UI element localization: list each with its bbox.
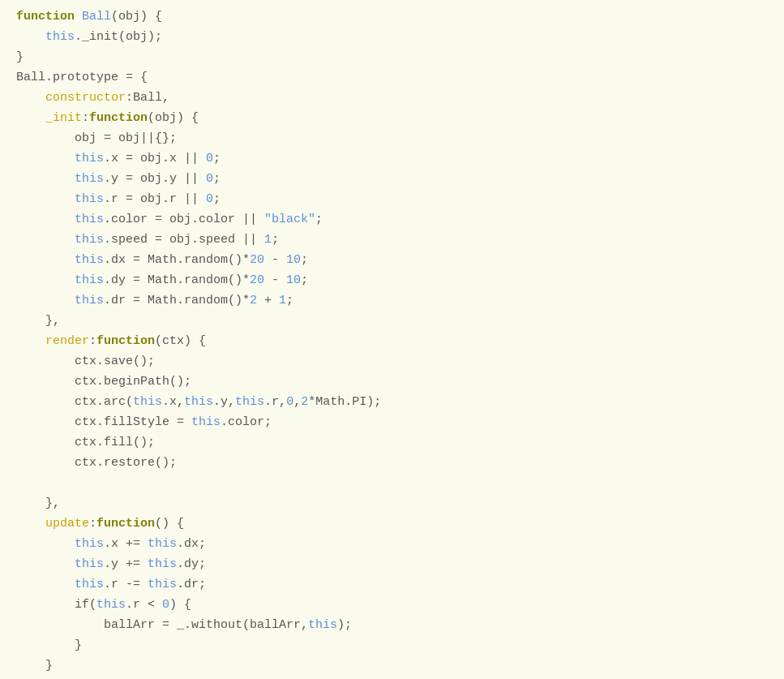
code-line <box>16 473 768 493</box>
code-line: this.r -= this.dr; <box>16 574 768 595</box>
code-line: } <box>16 47 768 67</box>
code-line: this.dr = Math.random()*2 + 1; <box>16 290 768 311</box>
code-line: this.speed = obj.speed || 1; <box>16 230 768 250</box>
code-line: if(this.r < 0) { <box>16 595 768 615</box>
code-line: this.x += this.dx; <box>16 534 768 554</box>
code-line: this.y = obj.y || 0; <box>16 169 768 189</box>
code-line: }, <box>16 493 768 514</box>
code-line: ctx.save(); <box>16 351 768 372</box>
code-line: _init:function(obj) { <box>16 108 768 128</box>
code-line: ctx.beginPath(); <box>16 372 768 392</box>
code-line: ballArr = _.without(ballArr,this); <box>16 615 768 635</box>
code-line: this.x = obj.x || 0; <box>16 148 768 169</box>
code-line: ctx.fillStyle = this.color; <box>16 412 768 432</box>
code-line: this.dx = Math.random()*20 - 10; <box>16 250 768 270</box>
code-line: } <box>16 635 768 655</box>
code-line: ctx.restore(); <box>16 453 768 473</box>
code-line: function Ball(obj) { <box>16 6 768 27</box>
code-line: this.y += this.dy; <box>16 554 768 574</box>
code-line: obj = obj||{}; <box>16 128 768 148</box>
code-line: this.r = obj.r || 0; <box>16 189 768 209</box>
code-line: constructor:Ball, <box>16 88 768 108</box>
code-editor: function Ball(obj) { this._init(obj); } … <box>0 0 784 679</box>
code-line: ctx.arc(this.x,this.y,this.r,0,2*Math.PI… <box>16 392 768 412</box>
code-line: this.dy = Math.random()*20 - 10; <box>16 270 768 290</box>
code-line: ctx.fill(); <box>16 432 768 453</box>
code-line: Ball.prototype = { <box>16 67 768 88</box>
code-line: update:function() { <box>16 514 768 534</box>
code-line: this.color = obj.color || "black"; <box>16 209 768 230</box>
code-line: }, <box>16 311 768 331</box>
code-line: } <box>16 655 768 676</box>
code-line: render:function(ctx) { <box>16 331 768 351</box>
code-line: this._init(obj); <box>16 27 768 47</box>
code-line: }; <box>16 676 768 679</box>
